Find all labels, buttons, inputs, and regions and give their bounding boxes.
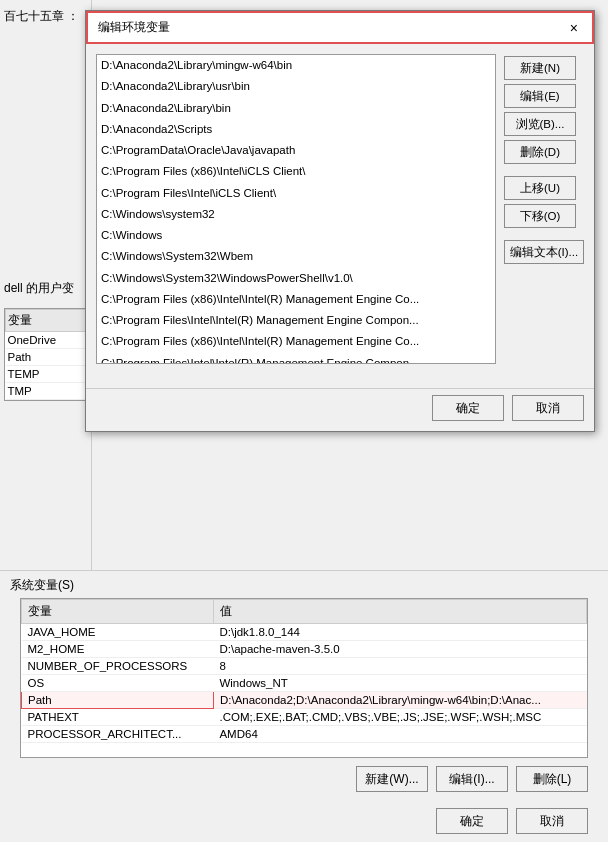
sys-var-panel: 系统变量(S) 变量 值 JAVA_HOMED:\jdk1.8.0_144M2_… (0, 570, 608, 842)
move-down-button[interactable]: 下移(O) (504, 204, 576, 228)
path-list-item[interactable]: C:\Windows\System32\WindowsPowerShell\v1… (97, 268, 495, 289)
sys-edit-button[interactable]: 编辑(I)... (436, 766, 508, 792)
delete-button[interactable]: 删除(D) (504, 140, 576, 164)
path-list-item[interactable]: C:\Program Files\Intel\Intel(R) Manageme… (97, 353, 495, 365)
dialog-title-bar: 编辑环境变量 × (86, 11, 594, 44)
edit-button[interactable]: 编辑(E) (504, 84, 576, 108)
dialog-bottom-bar: 确定 取消 (86, 388, 594, 431)
final-ok-button[interactable]: 确定 (436, 808, 508, 834)
user-row-path: Path (6, 349, 87, 366)
path-list-item[interactable]: C:\Program Files\Intel\iCLS Client\ (97, 183, 495, 204)
sys-delete-button[interactable]: 删除(L) (516, 766, 588, 792)
sys-var-name: OS (22, 675, 214, 692)
path-list-item[interactable]: C:\Program Files (x86)\Intel\iCLS Client… (97, 161, 495, 182)
sys-var-row[interactable]: PATHEXT.COM;.EXE;.BAT;.CMD;.VBS;.VBE;.JS… (22, 709, 587, 726)
sys-var-section-label: 系统变量(S) (10, 577, 598, 594)
sys-var-row[interactable]: NUMBER_OF_PROCESSORS8 (22, 658, 587, 675)
sys-var-row[interactable]: PathD:\Anaconda2;D:\Anaconda2\Library\mi… (22, 692, 587, 709)
new-button[interactable]: 新建(N) (504, 56, 576, 80)
user-var-mini-table: 变量 OneDrive Path TEMP TMP (4, 308, 88, 401)
sys-var-name: PATHEXT (22, 709, 214, 726)
dialog-title-text: 编辑环境变量 (98, 19, 170, 36)
sys-var-value: D:\Anaconda2;D:\Anaconda2\Library\mingw-… (213, 692, 586, 709)
path-list-item[interactable]: C:\Program Files (x86)\Intel\Intel(R) Ma… (97, 289, 495, 310)
path-list-item[interactable]: D:\Anaconda2\Library\usr\bin (97, 76, 495, 97)
path-list-item[interactable]: D:\Anaconda2\Library\mingw-w64\bin (97, 55, 495, 76)
dialog-body: D:\Anaconda2\Library\mingw-w64\binD:\Ana… (86, 44, 594, 384)
path-list-item[interactable]: D:\Anaconda2\Library\bin (97, 98, 495, 119)
user-row-onedrive: OneDrive (6, 332, 87, 349)
dialog-ok-button[interactable]: 确定 (432, 395, 504, 421)
sys-var-name: Path (22, 692, 214, 709)
sys-var-row[interactable]: OSWindows_NT (22, 675, 587, 692)
side-buttons-panel: 新建(N) 编辑(E) 浏览(B)... 删除(D) 上移(U) 下移(O) 编… (504, 54, 584, 364)
sys-var-name: NUMBER_OF_PROCESSORS (22, 658, 214, 675)
edit-text-button[interactable]: 编辑文本(I)... (504, 240, 584, 264)
dialog-cancel-button[interactable]: 取消 (512, 395, 584, 421)
final-cancel-button[interactable]: 取消 (516, 808, 588, 834)
btn-group-move: 上移(U) 下移(O) (504, 176, 584, 228)
sys-var-name: PROCESSOR_ARCHITECT... (22, 726, 214, 743)
path-list-item[interactable]: C:\Windows (97, 225, 495, 246)
list-area: D:\Anaconda2\Library\mingw-w64\binD:\Ana… (96, 54, 584, 364)
path-list-item[interactable]: C:\Program Files\Intel\Intel(R) Manageme… (97, 310, 495, 331)
user-row-temp: TEMP (6, 366, 87, 383)
sys-var-value: Windows_NT (213, 675, 586, 692)
path-list-item[interactable]: C:\Program Files (x86)\Intel\Intel(R) Ma… (97, 331, 495, 352)
btn-group-top: 新建(N) 编辑(E) 浏览(B)... 删除(D) (504, 56, 584, 164)
sys-var-table-wrap[interactable]: 变量 值 JAVA_HOMED:\jdk1.8.0_144M2_HOMED:\a… (20, 598, 588, 758)
sys-var-value: D:\apache-maven-3.5.0 (213, 641, 586, 658)
sys-var-value: D:\jdk1.8.0_144 (213, 624, 586, 641)
dialog-close-button[interactable]: × (566, 20, 582, 36)
user-section-label: dell 的用户变 (4, 280, 74, 297)
user-row-tmp: TMP (6, 383, 87, 400)
path-list-item[interactable]: C:\Windows\system32 (97, 204, 495, 225)
sys-var-table: 变量 值 JAVA_HOMED:\jdk1.8.0_144M2_HOMED:\a… (21, 599, 587, 743)
sys-new-button[interactable]: 新建(W)... (356, 766, 428, 792)
sys-var-name: M2_HOME (22, 641, 214, 658)
path-list: D:\Anaconda2\Library\mingw-w64\binD:\Ana… (97, 55, 495, 364)
final-btn-row: 确定 取消 (10, 800, 598, 842)
sys-var-row[interactable]: M2_HOMED:\apache-maven-3.5.0 (22, 641, 587, 658)
path-listbox[interactable]: D:\Anaconda2\Library\mingw-w64\binD:\Ana… (96, 54, 496, 364)
sys-var-tbody: JAVA_HOMED:\jdk1.8.0_144M2_HOMED:\apache… (22, 624, 587, 743)
path-list-item[interactable]: D:\Anaconda2\Scripts (97, 119, 495, 140)
sys-var-value: .COM;.EXE;.BAT;.CMD;.VBS;.VBE;.JS;.JSE;.… (213, 709, 586, 726)
path-list-item[interactable]: C:\Windows\System32\Wbem (97, 246, 495, 267)
bg-title-partial: 百七十五章 ： (4, 8, 79, 25)
move-up-button[interactable]: 上移(U) (504, 176, 576, 200)
user-col-header: 变量 (6, 310, 87, 332)
sys-var-value: 8 (213, 658, 586, 675)
sys-var-row[interactable]: JAVA_HOMED:\jdk1.8.0_144 (22, 624, 587, 641)
sys-btn-row: 新建(W)... 编辑(I)... 删除(L) (10, 758, 598, 800)
col-val-header: 值 (213, 600, 586, 624)
sys-var-row[interactable]: PROCESSOR_ARCHITECT...AMD64 (22, 726, 587, 743)
col-var-header: 变量 (22, 600, 214, 624)
sys-var-value: AMD64 (213, 726, 586, 743)
sys-var-header-row: 变量 值 (22, 600, 587, 624)
edit-env-dialog: 编辑环境变量 × D:\Anaconda2\Library\mingw-w64\… (85, 10, 595, 432)
sys-var-name: JAVA_HOME (22, 624, 214, 641)
path-list-item[interactable]: C:\ProgramData\Oracle\Java\javapath (97, 140, 495, 161)
browse-button[interactable]: 浏览(B)... (504, 112, 576, 136)
